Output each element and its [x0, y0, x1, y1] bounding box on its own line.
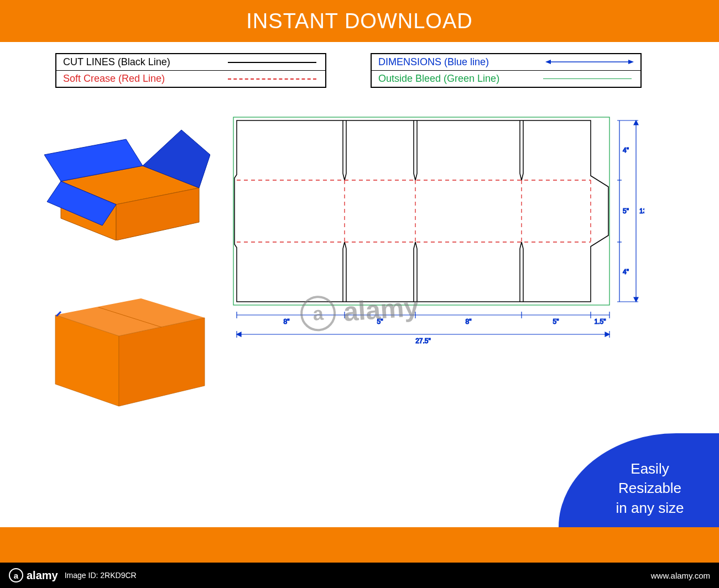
dim-p4: 5": [553, 318, 559, 326]
legend-dim-label: DIMENSIONS (Blue line): [378, 56, 489, 68]
svg-marker-58: [634, 120, 638, 125]
dim-p3: 8": [466, 318, 472, 326]
brand-a-icon: a: [9, 568, 23, 582]
svg-marker-1: [545, 60, 551, 64]
dim-total-h: 13": [639, 207, 644, 215]
dieline: 4" 5" 4" 13" 8" 5" 8" 5" 1.5" 27.5": [232, 116, 644, 359]
legend-crease-label: Soft Crease (Red Line): [63, 73, 165, 85]
dimension-line-sample: [545, 56, 634, 68]
dim-p1: 8": [284, 318, 290, 326]
svg-marker-59: [634, 297, 638, 302]
legend-left: CUT LINES (Black Line) Soft Crease (Red …: [55, 53, 326, 88]
box-closed-3d: [44, 287, 210, 409]
dim-bottom-flap: 4": [623, 268, 629, 276]
bleed-line-sample: [543, 78, 632, 80]
page-title: INSTANT DOWNLOAD: [246, 9, 472, 33]
brand-name: alamy: [27, 569, 58, 582]
box-open-3d: [44, 122, 210, 240]
crease-line-sample: [228, 78, 316, 80]
dim-total-w: 27.5": [415, 337, 431, 345]
footer-band: [0, 527, 719, 563]
attribution-bar: a alamy Image ID: 2RKD9CR www.alamy.com: [0, 563, 719, 588]
svg-marker-2: [628, 60, 634, 64]
header-band: INSTANT DOWNLOAD: [0, 0, 719, 42]
legend: CUT LINES (Black Line) Soft Crease (Red …: [0, 42, 719, 88]
badge-line2: Resizable: [618, 479, 681, 498]
cut-line-sample: [228, 62, 316, 63]
badge-line3: in any size: [616, 498, 684, 518]
svg-marker-56: [237, 332, 241, 337]
dim-middle: 5": [623, 207, 629, 215]
dim-top-flap: 4": [623, 146, 629, 154]
legend-cut-label: CUT LINES (Black Line): [63, 56, 170, 68]
badge-line1: Easily: [631, 459, 669, 479]
brand-logo: a alamy Image ID: 2RKD9CR: [9, 568, 137, 582]
svg-rect-15: [233, 117, 609, 305]
legend-bleed-label: Outside Bleed (Green Line): [378, 73, 499, 85]
legend-right: DIMENSIONS (Blue line) Outside Bleed (Gr…: [371, 53, 642, 88]
stock-id: Image ID: 2RKD9CR: [65, 571, 137, 580]
dim-p2: 5": [377, 318, 383, 326]
dim-glue: 1.5": [595, 318, 606, 326]
svg-marker-57: [605, 332, 609, 337]
site-url: www.alamy.com: [651, 571, 710, 580]
